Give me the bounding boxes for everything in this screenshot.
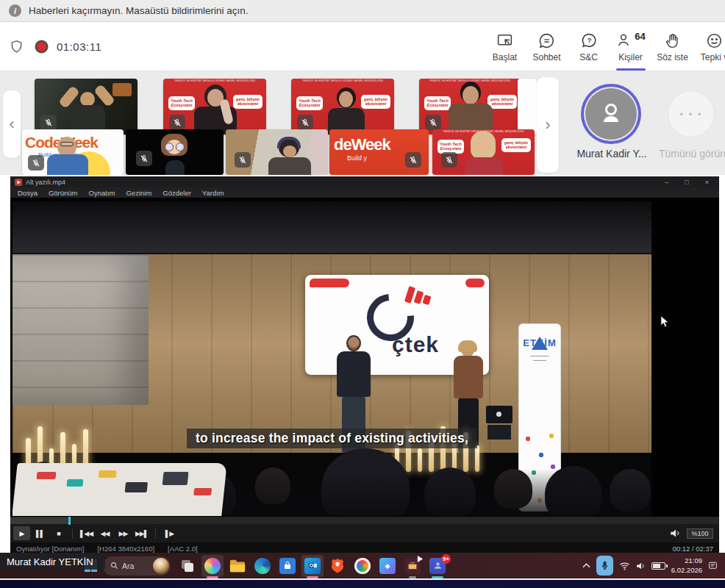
person-avatar-icon — [596, 99, 626, 129]
windows-taskbar: Ara — [0, 553, 725, 578]
mic-off-icon — [297, 115, 313, 130]
previous-button[interactable]: ▌◀◀ — [78, 526, 95, 540]
active-mic-icon[interactable] — [596, 556, 613, 576]
scene-left-room — [12, 254, 149, 405]
tray-clock[interactable]: 21:09 6.02.2026 — [671, 556, 702, 575]
seek-bar[interactable] — [10, 516, 719, 524]
tray-chevron-up-icon[interactable] — [582, 563, 590, 568]
photos-icon — [354, 558, 371, 574]
qna-button[interactable]: ? S&C — [568, 22, 610, 71]
video-tile[interactable] — [126, 129, 224, 175]
battery-icon[interactable] — [651, 562, 665, 570]
media-app-button[interactable] — [401, 555, 424, 577]
minimize-button[interactable]: – — [665, 179, 668, 186]
video-tile[interactable]: YENİLİK VE EĞİTİM TEKNOLOJİLERİ GENEL MÜ… — [419, 79, 521, 135]
playback-time: 00:12 / 02:37 — [673, 545, 713, 553]
clock-date: 6.02.2026 — [671, 566, 702, 575]
teams-button[interactable]: 9+ — [426, 555, 449, 577]
chat-button[interactable]: Sohbet — [526, 22, 568, 71]
spotlight-avatar[interactable] — [585, 88, 637, 140]
people-icon — [615, 31, 633, 49]
pause-button[interactable]: ▌▌ — [32, 526, 49, 540]
raise-hand-icon — [663, 31, 682, 50]
store-icon — [279, 558, 296, 574]
menu-gezinim[interactable]: Gezinim — [126, 189, 151, 197]
next-button[interactable]: ▶▶▌ — [133, 526, 150, 540]
volume-value[interactable]: %100 — [687, 528, 713, 539]
video-tile[interactable]: CodeWeek Build your digital future — [22, 129, 124, 175]
speaker-icon[interactable] — [670, 528, 681, 538]
play-button[interactable]: ▶ — [13, 526, 30, 540]
scene-ceiling — [12, 201, 651, 254]
smiley-icon — [705, 31, 724, 50]
edge-icon — [254, 558, 271, 574]
share-button[interactable]: Başlat — [484, 22, 526, 71]
video-tile[interactable] — [35, 79, 138, 135]
mic-off-icon — [235, 152, 251, 168]
mic-off-icon — [425, 115, 441, 130]
mouse-cursor — [660, 315, 669, 328]
notification-banner[interactable]: i Haberleri kaçırmayın. Masaüstü bildiri… — [0, 0, 725, 22]
see-all-button[interactable]: • • • — [668, 90, 715, 137]
photos-button[interactable] — [351, 555, 374, 577]
video-tile[interactable] — [226, 129, 328, 175]
media-player-window[interactable]: Alt yazılı.mp4 – □ × Dosya Görünüm Oynat… — [10, 176, 719, 553]
chat-icon — [538, 31, 556, 50]
copilot-button[interactable] — [201, 555, 224, 577]
video-tile[interactable]: YENİLİK VE EĞİTİM TEKNOLOJİLERİ GENEL MÜ… — [163, 79, 266, 135]
seek-marker[interactable] — [68, 517, 71, 525]
microsoft-store-button[interactable] — [276, 555, 299, 577]
video-area[interactable]: çtek ETKİM — [10, 198, 719, 516]
video-tile-partial[interactable] — [518, 79, 537, 135]
gallery-next-button[interactable]: › — [537, 77, 559, 173]
app-icon — [15, 179, 22, 186]
menu-dosya[interactable]: Dosya — [18, 189, 38, 197]
outlook-icon — [304, 558, 321, 574]
system-tray: 21:09 6.02.2026 — [582, 556, 725, 576]
menu-gozdeler[interactable]: Gözdeler — [162, 189, 191, 197]
gallery-prev-button[interactable]: ‹ — [3, 90, 21, 158]
maximize-button[interactable]: □ — [685, 179, 688, 186]
wifi-icon[interactable] — [619, 562, 630, 570]
window-title: Alt yazılı.mp4 — [26, 179, 65, 186]
brave-button[interactable] — [326, 555, 349, 577]
search-icon — [110, 562, 118, 570]
screen-logo-text: çtek — [392, 332, 439, 357]
menu-gorunum[interactable]: Görünüm — [49, 189, 78, 197]
notification-text: Haberleri kaçırmayın. Masaüstü bildiriml… — [29, 5, 249, 16]
rewind-button[interactable]: ◀◀ — [96, 526, 113, 540]
toolbar-buttons: Başlat Sohbet ? S&C — [484, 22, 725, 71]
window-title-bar[interactable]: Alt yazılı.mp4 – □ × — [10, 176, 719, 187]
menu-oynatim[interactable]: Oynatım — [89, 189, 115, 197]
chevron-left-icon: ‹ — [9, 115, 14, 134]
mic-off-icon — [28, 155, 44, 171]
close-button[interactable]: × — [705, 179, 709, 186]
volume-tray-icon[interactable] — [636, 562, 646, 570]
outlook-button[interactable] — [301, 555, 324, 577]
subtitle-overlay: to increase the impact of existing activ… — [12, 429, 651, 448]
task-view-button[interactable] — [176, 555, 199, 577]
frame-step-button[interactable]: ▌▶ — [161, 526, 178, 540]
taskbar-search[interactable]: Ara — [103, 556, 171, 576]
copilot-icon — [204, 558, 221, 574]
raise-hand-button[interactable]: Söz iste — [651, 22, 693, 71]
people-button[interactable]: 64 Kişiler — [610, 22, 651, 71]
edge-button[interactable] — [251, 555, 274, 577]
info-icon: i — [9, 4, 21, 17]
video-tile[interactable]: YENİLİK VE EĞİTİM TEKNOLOJİLERİ GENEL MÜ… — [291, 79, 394, 135]
video-tile[interactable]: YENİLİK VE EĞİTİM TEKNOLOJİLERİ GENEL MÜ… — [432, 129, 535, 175]
designer-button[interactable]: ◆ — [376, 555, 399, 577]
tv-media-icon — [404, 558, 421, 574]
react-button[interactable]: Tepki v — [693, 22, 725, 71]
menu-yardim[interactable]: Yardım — [202, 189, 224, 197]
chevron-right-icon: › — [545, 115, 550, 135]
player-controls: ▶ ▌▌ ■ ▌◀◀ ◀◀ ▶▶ ▶▶▌ ▌▶ %100 — [10, 524, 719, 542]
notification-center-icon[interactable] — [708, 561, 718, 570]
clock-time: 21:09 — [671, 556, 702, 565]
video-tile[interactable]: deWeek Build y — [329, 129, 429, 175]
stop-button[interactable]: ■ — [50, 526, 67, 540]
fast-forward-button[interactable]: ▶▶ — [115, 526, 132, 540]
file-explorer-button[interactable] — [226, 555, 249, 577]
teams-window-edge — [0, 580, 725, 588]
mic-off-icon — [405, 152, 421, 168]
